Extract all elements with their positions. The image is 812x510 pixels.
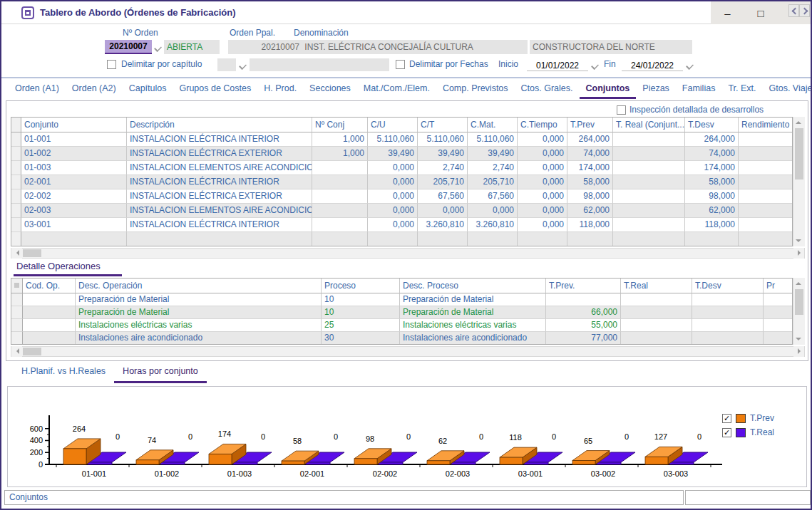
row-marker xyxy=(11,189,21,204)
scroll-up-icon[interactable] xyxy=(793,278,804,288)
order-status-field: ABIERTA xyxy=(164,40,220,54)
grid-header-row: ConjuntoDescripciónNº ConjC/UC/TC.Mat.C.… xyxy=(11,118,792,132)
tab-scroll-left-icon[interactable] xyxy=(788,4,799,17)
column-header[interactable]: C.Mat. xyxy=(468,118,518,132)
bar-tprev-01-001 xyxy=(63,449,86,464)
delimitar-fechas-checkbox[interactable] xyxy=(396,60,405,69)
table-row[interactable]: 01-002INSTALACION ELÉCTRICA EXTERIOR1,00… xyxy=(11,147,792,161)
operaciones-grid-vscrollbar[interactable] xyxy=(793,278,805,345)
scroll-left-icon[interactable] xyxy=(11,248,22,259)
capitulo-combo[interactable] xyxy=(217,58,236,71)
table-row[interactable]: Preparación de Material10Preparación de … xyxy=(11,306,792,319)
column-header[interactable]: T.Desv xyxy=(692,279,764,293)
scroll-down-icon[interactable] xyxy=(793,333,804,344)
scroll-thumb[interactable] xyxy=(23,348,41,355)
table-cell xyxy=(621,293,692,306)
tab-orden-a1-[interactable]: Orden (A1) xyxy=(9,81,66,97)
column-header[interactable]: Desc. Operación xyxy=(76,279,322,293)
fecha-fin-dropdown-icon[interactable] xyxy=(684,58,695,72)
tab-ctos-grales-[interactable]: Ctos. Grales. xyxy=(515,81,580,97)
tab-comp-previstos[interactable]: Comp. Previstos xyxy=(436,81,515,97)
grid-options-icon[interactable] xyxy=(14,283,19,288)
table-cell: 01-003 xyxy=(21,161,127,175)
column-header[interactable]: T.Real xyxy=(621,279,692,293)
order-number-dropdown-icon[interactable] xyxy=(152,40,163,54)
column-header[interactable]: C.Tiempo xyxy=(518,118,567,132)
table-cell: Preparación de Material xyxy=(400,306,546,319)
maximize-button[interactable]: □ xyxy=(747,3,774,23)
table-row[interactable]: 01-001INSTALACION ELÉCTRICA INTERIOR1,00… xyxy=(11,132,792,147)
tab-grupos-de-costes[interactable]: Grupos de Costes xyxy=(173,81,258,97)
tab-hplanif-vs-hreales[interactable]: H.Planif. vs H.Reales xyxy=(13,363,114,383)
column-header[interactable]: C/U xyxy=(368,118,418,132)
legend-label-tprev: T.Prev xyxy=(750,413,774,423)
legend-checkbox-tprev[interactable]: ✓ xyxy=(722,414,731,423)
tab-secciones[interactable]: Secciones xyxy=(303,81,357,97)
tab-conjuntos[interactable]: Conjuntos xyxy=(580,81,637,99)
table-row[interactable]: 02-002INSTALACION ELÉCTRICA EXTERIOR0,00… xyxy=(11,189,792,204)
scroll-thumb[interactable] xyxy=(795,289,803,315)
conjuntos-grid-vscrollbar[interactable] xyxy=(793,117,805,246)
fecha-inicio-input[interactable]: 01/01/2022 xyxy=(527,58,588,71)
scroll-thumb[interactable] xyxy=(23,249,41,257)
table-cell xyxy=(567,232,613,246)
x-category-label: 01-003 xyxy=(227,469,252,478)
tab-gtos-viajes[interactable]: Gtos. Viajes xyxy=(763,81,812,97)
tab-mat-com-elem-[interactable]: Mat./Com./Elem. xyxy=(357,81,436,97)
legend-checkbox-treal[interactable]: ✓ xyxy=(722,428,731,437)
table-row[interactable]: 02-003INSTALACION ELEMENTOS AIRE ACONDIC… xyxy=(11,204,792,218)
column-header[interactable]: Proceso xyxy=(322,279,400,293)
row-marker-header xyxy=(11,118,21,132)
tab-familias[interactable]: Familias xyxy=(676,81,722,97)
tab-orden-a2-[interactable]: Orden (A2) xyxy=(66,81,123,97)
scroll-right-icon[interactable] xyxy=(793,248,804,259)
column-header[interactable]: T.Desv xyxy=(685,118,739,132)
column-header[interactable]: T.Prev xyxy=(567,118,613,132)
bar-treal-front-03-001 xyxy=(524,462,548,464)
table-cell xyxy=(312,189,368,204)
detalle-operaciones-tab[interactable]: Detalle Operaciones xyxy=(16,261,101,271)
column-header[interactable]: C/T xyxy=(418,118,468,132)
bar-tprev-02-001 xyxy=(282,461,304,464)
tab-scroll-right-icon[interactable] xyxy=(799,4,810,17)
column-header[interactable]: Descripción xyxy=(127,118,312,132)
table-row[interactable]: 02-001INSTALACION ELÉCTRICA INTERIOR0,00… xyxy=(11,175,792,189)
main-tab-bar: Orden (A1)Orden (A2)CapítulosGrupos de C… xyxy=(1,81,811,100)
table-cell: 0,000 xyxy=(518,132,567,147)
delimitar-capitulo-checkbox[interactable] xyxy=(107,60,116,69)
table-row[interactable]: Instalaciones eléctricas varias25Instala… xyxy=(11,319,792,332)
tab-h-prod-[interactable]: H. Prod. xyxy=(257,81,303,97)
column-header[interactable]: Desc. Proceso xyxy=(400,279,546,293)
tab-cap-tulos[interactable]: Capítulos xyxy=(123,81,173,97)
tab-horas-por-conjunto[interactable]: Horas por conjunto xyxy=(114,363,207,383)
table-row[interactable]: Preparación de Material10Preparación de … xyxy=(11,293,792,306)
table-row[interactable]: Instalaciones aire acondicionado30Instal… xyxy=(11,332,792,345)
column-header[interactable]: T.Prev. xyxy=(546,279,621,293)
column-header[interactable]: Conjunto xyxy=(21,118,127,132)
column-header[interactable]: T. Real (Conjunt... xyxy=(613,118,685,132)
column-header[interactable]: Pr xyxy=(764,279,793,293)
scroll-right-icon[interactable] xyxy=(793,346,804,357)
scroll-thumb[interactable] xyxy=(795,128,803,179)
operaciones-grid-hscrollbar[interactable] xyxy=(11,346,805,357)
table-cell: 58,000 xyxy=(685,175,739,189)
scroll-up-icon[interactable] xyxy=(793,117,804,128)
bar-value-tprev: 127 xyxy=(654,432,667,441)
column-header[interactable]: Rendimiento xyxy=(739,118,793,132)
minimize-button[interactable]: – xyxy=(714,3,741,23)
conjuntos-grid-hscrollbar[interactable] xyxy=(11,248,805,259)
column-header[interactable]: Cod. Op. xyxy=(23,279,76,293)
table-row[interactable]: 03-001INSTALACION ELÉCTRICA INTERIOR0,00… xyxy=(11,218,792,232)
fecha-inicio-dropdown-icon[interactable] xyxy=(589,58,600,72)
capitulo-dropdown-icon[interactable] xyxy=(237,58,248,72)
scroll-down-icon[interactable] xyxy=(793,235,804,246)
table-cell xyxy=(739,147,793,161)
tab-tr-ext-[interactable]: Tr. Ext. xyxy=(721,81,762,97)
column-header[interactable]: Nº Conj xyxy=(312,118,368,132)
table-row[interactable]: 01-003INSTALACION ELEMENTOS AIRE ACONDIC… xyxy=(11,161,792,175)
fecha-fin-input[interactable]: 24/01/2022 xyxy=(622,58,683,71)
order-number-input[interactable]: 20210007 xyxy=(105,40,152,54)
inspeccion-checkbox[interactable] xyxy=(617,105,626,115)
scroll-left-icon[interactable] xyxy=(11,346,22,357)
tab-piezas[interactable]: Piezas xyxy=(636,81,676,97)
